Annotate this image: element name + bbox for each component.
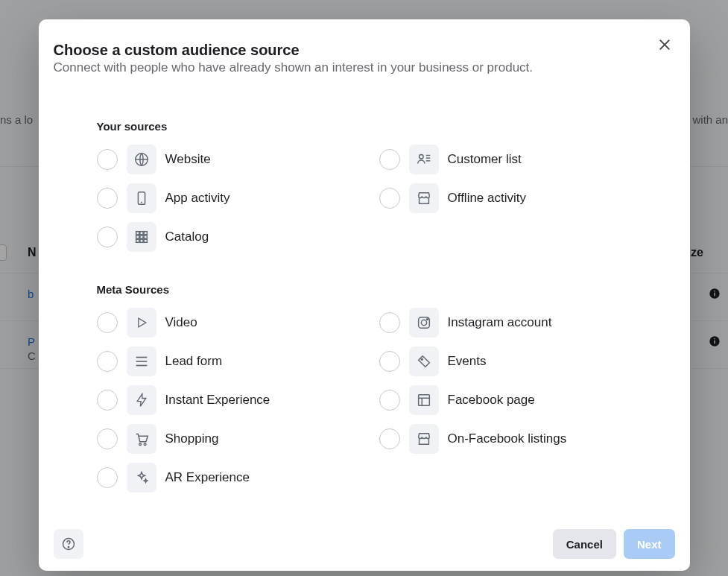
option-events[interactable]: Events xyxy=(379,342,632,381)
radio[interactable] xyxy=(379,428,400,449)
cancel-button[interactable]: Cancel xyxy=(553,529,616,559)
option-label: On-Facebook listings xyxy=(448,431,567,446)
svg-rect-31 xyxy=(418,395,429,406)
svg-rect-13 xyxy=(136,232,139,235)
option-label: Instant Experience xyxy=(165,393,270,408)
store-icon xyxy=(409,183,439,213)
ticket-icon xyxy=(409,346,439,376)
list-icon xyxy=(127,346,156,376)
help-button[interactable] xyxy=(54,529,83,559)
radio[interactable] xyxy=(97,227,118,247)
play-icon xyxy=(127,308,156,338)
globe-icon xyxy=(127,145,156,174)
mobile-icon xyxy=(127,183,156,213)
section-heading-your-sources: Your sources xyxy=(97,120,632,133)
option-instagram[interactable]: Instagram account xyxy=(379,303,632,342)
svg-rect-17 xyxy=(139,235,142,238)
option-label: App activity xyxy=(165,191,230,206)
svg-point-37 xyxy=(68,547,69,548)
modal-title: Choose a custom audience source xyxy=(54,42,534,59)
option-label: Facebook page xyxy=(448,393,535,408)
option-label: AR Experience xyxy=(165,470,250,485)
grid-icon xyxy=(127,222,156,252)
option-label: Events xyxy=(448,354,487,369)
close-button[interactable] xyxy=(654,34,675,55)
svg-marker-22 xyxy=(138,318,145,327)
option-offline-activity[interactable]: Offline activity xyxy=(379,179,632,218)
svg-point-7 xyxy=(419,155,422,159)
option-app-activity[interactable]: App activity xyxy=(97,179,349,218)
radio[interactable] xyxy=(97,467,118,488)
your-sources-grid: Website Customer list App activity xyxy=(97,140,632,256)
option-catalog[interactable]: Catalog xyxy=(97,218,349,256)
svg-rect-21 xyxy=(144,239,147,242)
radio[interactable] xyxy=(97,188,118,209)
radio[interactable] xyxy=(379,188,400,209)
radio[interactable] xyxy=(97,428,118,449)
svg-point-24 xyxy=(421,320,426,325)
option-video[interactable]: Video xyxy=(97,303,349,342)
svg-point-35 xyxy=(144,443,146,446)
svg-point-29 xyxy=(421,358,422,360)
sparkle-icon xyxy=(127,463,156,493)
radio[interactable] xyxy=(97,390,118,411)
modal-subtitle: Connect with people who have already sho… xyxy=(54,60,534,75)
option-label: Video xyxy=(165,315,197,330)
radio[interactable] xyxy=(97,312,118,333)
close-icon xyxy=(657,37,672,52)
svg-point-34 xyxy=(139,443,141,446)
svg-rect-15 xyxy=(144,232,147,235)
option-lead-form[interactable]: Lead form xyxy=(97,342,349,381)
option-label: Shopping xyxy=(165,431,219,446)
option-ar-experience[interactable]: AR Experience xyxy=(97,458,349,497)
option-label: Catalog xyxy=(165,230,209,244)
next-button[interactable]: Next xyxy=(624,529,675,559)
radio[interactable] xyxy=(379,312,400,333)
cart-icon xyxy=(127,424,156,454)
radio[interactable] xyxy=(97,351,118,372)
audience-source-modal: Choose a custom audience source Connect … xyxy=(39,19,690,571)
contact-list-icon xyxy=(409,145,439,174)
modal-header: Choose a custom audience source Connect … xyxy=(54,34,675,75)
svg-point-25 xyxy=(426,319,428,320)
help-icon xyxy=(61,537,76,551)
radio[interactable] xyxy=(379,390,400,411)
bolt-icon xyxy=(127,385,156,415)
meta-sources-grid: Video Instagram account Lead form xyxy=(97,303,632,497)
option-facebook-page[interactable]: Facebook page xyxy=(379,381,632,420)
option-website[interactable]: Website xyxy=(97,140,349,179)
option-label: Offline activity xyxy=(448,191,527,206)
footer-buttons: Cancel Next xyxy=(553,529,675,559)
modal-body: Your sources Website Customer list xyxy=(54,75,675,501)
svg-rect-19 xyxy=(136,239,139,242)
svg-rect-14 xyxy=(139,232,142,235)
svg-rect-18 xyxy=(144,235,147,238)
option-label: Customer list xyxy=(448,152,522,167)
svg-rect-20 xyxy=(139,239,142,242)
option-on-facebook-listings[interactable]: On-Facebook listings xyxy=(379,420,632,458)
radio[interactable] xyxy=(379,351,400,372)
storefront-icon xyxy=(409,424,439,454)
svg-rect-16 xyxy=(136,235,139,238)
radio[interactable] xyxy=(379,149,400,170)
instagram-icon xyxy=(409,308,439,338)
svg-marker-30 xyxy=(137,394,146,407)
section-heading-meta-sources: Meta Sources xyxy=(97,283,632,296)
page-icon xyxy=(409,385,439,415)
option-label: Lead form xyxy=(165,354,223,369)
modal-footer: Cancel Next xyxy=(54,529,675,559)
option-label: Instagram account xyxy=(448,315,552,330)
option-label: Website xyxy=(165,152,211,167)
option-shopping[interactable]: Shopping xyxy=(97,420,349,458)
option-instant-experience[interactable]: Instant Experience xyxy=(97,381,349,420)
radio[interactable] xyxy=(97,149,118,170)
option-customer-list[interactable]: Customer list xyxy=(379,140,632,179)
